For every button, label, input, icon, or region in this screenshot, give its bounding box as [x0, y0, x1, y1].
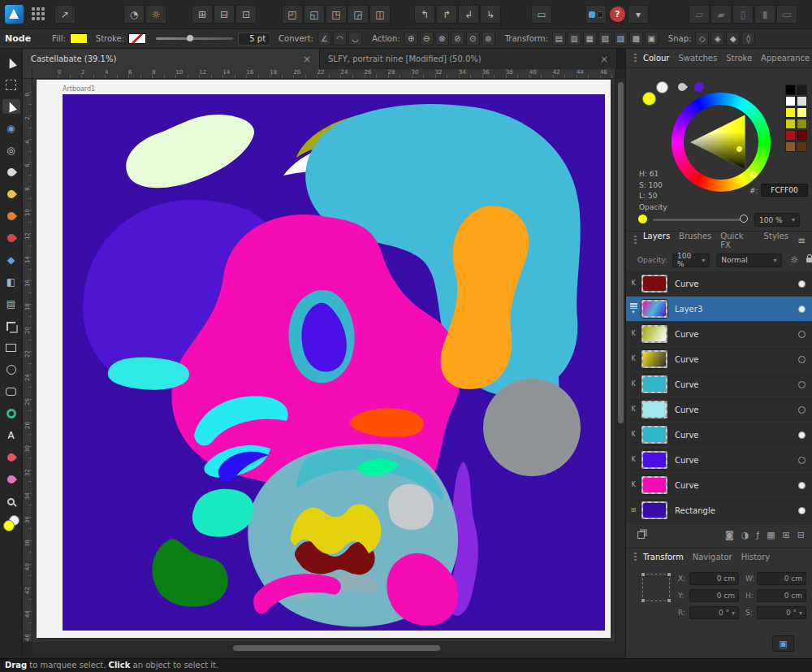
transform-section-button-7[interactable]: ▣	[645, 32, 659, 46]
zoom-out-button[interactable]: ▯	[732, 5, 754, 24]
transform-input-h[interactable]: 0 cm	[757, 589, 806, 602]
transform-section-button-5[interactable]: ▨	[614, 32, 628, 46]
snap-section-button-4[interactable]: ◊	[741, 32, 755, 46]
group-button[interactable]: ◫	[369, 5, 391, 24]
vector-brush-tool[interactable]	[2, 450, 20, 465]
zoom-tool[interactable]	[2, 494, 20, 509]
horizontal-scrollbar-thumb[interactable]	[233, 645, 440, 651]
fill-stroke-selector[interactable]	[642, 81, 668, 106]
mask-button[interactable]: ◙	[725, 531, 734, 540]
horizontal-scrollbar[interactable]	[32, 642, 615, 652]
crop-tool[interactable]	[2, 319, 20, 333]
layer-row[interactable]: KCurve	[626, 448, 812, 472]
snap-candidates-button[interactable]: ⊡	[235, 5, 257, 24]
colour-swatch[interactable]	[797, 130, 807, 141]
light-gray-blob[interactable]	[388, 484, 434, 530]
ruler-corner[interactable]	[23, 69, 32, 79]
layer-row[interactable]: KCurve	[626, 271, 812, 296]
layer-row[interactable]: KCurve	[626, 397, 812, 422]
stroke-width-slider[interactable]	[156, 37, 233, 40]
contrast-button[interactable]: ◔	[123, 5, 145, 24]
layer-row[interactable]: KCurve	[626, 473, 812, 497]
layer-row[interactable]: KCurve	[626, 372, 812, 397]
hex-input[interactable]: FCFF00	[761, 184, 808, 197]
layer-row[interactable]: ▾Layer3	[626, 297, 812, 321]
fill-colour-circle[interactable]	[642, 92, 656, 106]
to-back-button[interactable]: ◰	[282, 5, 303, 24]
node-tool[interactable]	[2, 99, 20, 114]
panel-grip-icon[interactable]	[634, 553, 637, 562]
layer-visibility-toggle[interactable]	[798, 406, 806, 414]
fill-tool[interactable]: ◆	[2, 253, 20, 267]
stroke-colour-circle[interactable]	[656, 81, 668, 93]
colour-swatch[interactable]	[785, 96, 796, 106]
insert-behind-button[interactable]: ↰	[414, 5, 435, 24]
artboard-label[interactable]: Artboard1	[63, 86, 95, 93]
zoom-in-button[interactable]: ▮	[754, 5, 775, 24]
colour-swatch[interactable]	[785, 119, 796, 129]
layer-visibility-toggle[interactable]	[798, 507, 806, 514]
transform-input-y[interactable]: 0 cm	[689, 589, 739, 602]
opacity-value-dropdown[interactable]: 100 % ▾	[754, 213, 800, 227]
move-tool[interactable]	[2, 55, 20, 70]
colour-swatch[interactable]	[797, 107, 807, 118]
tab-swatches[interactable]: Swatches	[678, 54, 717, 63]
pixel-brush-tool[interactable]	[2, 231, 20, 245]
add-layer-button[interactable]: ⊞	[783, 531, 790, 540]
action-section-button-2[interactable]: ⊖	[420, 32, 434, 46]
tab-layers[interactable]: Layers	[643, 232, 670, 249]
export-persona-button[interactable]: ↗	[54, 5, 76, 24]
eraser-tool[interactable]	[2, 472, 20, 487]
assistant-button[interactable]: ?	[610, 7, 625, 22]
stroke-width-input[interactable]: 5 pt	[238, 33, 270, 46]
hue-selector[interactable]	[750, 171, 757, 178]
transparency-tool[interactable]: ◧	[2, 275, 20, 289]
colour-selector[interactable]	[2, 516, 20, 531]
snap-section-button-3[interactable]: ◆	[726, 32, 740, 46]
tab-history[interactable]: History	[741, 553, 771, 561]
snap-grid-button[interactable]: ⊞	[192, 5, 213, 24]
tab-brushes[interactable]: Brushes	[679, 232, 711, 249]
pencil-tool[interactable]	[2, 187, 20, 202]
gray-circle[interactable]	[483, 379, 581, 476]
action-section-button-4[interactable]: ⊘	[451, 32, 464, 46]
blend-options-gear-icon[interactable]: ☼	[790, 254, 799, 266]
layer-row[interactable]: ⊞Rectangle	[626, 498, 812, 522]
layer-thumbnail[interactable]	[641, 450, 668, 470]
layer-visibility-toggle[interactable]	[798, 306, 806, 313]
eyedropper-icon[interactable]	[676, 81, 688, 93]
document-tab-1[interactable]: Castellabate (39.1%) ×	[23, 49, 320, 69]
panel-expand-button[interactable]: ▣	[772, 635, 794, 652]
opacity-slider[interactable]	[653, 219, 744, 221]
layer-visibility-toggle[interactable]	[798, 431, 806, 439]
place-image-tool[interactable]: ▤	[2, 297, 20, 311]
pixel-preview-toggle[interactable]	[585, 5, 607, 24]
shade-selector[interactable]	[736, 146, 742, 152]
snap-section-button-1[interactable]: ◇	[695, 32, 709, 46]
settings-button[interactable]: ☼	[145, 5, 166, 24]
lock-icon[interactable]	[806, 258, 812, 262]
secondary-colour-dot[interactable]	[694, 82, 704, 92]
colour-swatch[interactable]	[785, 141, 796, 152]
zoom-fit-button[interactable]: ▭	[776, 5, 797, 24]
duplicate-layer-icon[interactable]	[637, 531, 645, 539]
vertical-ruler[interactable]: 0246810121416182022242628303234363840424…	[23, 79, 32, 642]
document-tab-2[interactable]: SLFY, portrait nine [Modified] (50.0%) ×	[320, 49, 617, 69]
transform-input-r[interactable]: 0 °▾	[689, 606, 739, 619]
layer-thumbnail[interactable]	[641, 349, 668, 369]
artwork[interactable]	[63, 94, 605, 631]
colour-swatch[interactable]	[785, 130, 796, 141]
forward-one-button[interactable]: ◳	[326, 5, 347, 24]
tab-colour[interactable]: Colour	[643, 54, 669, 63]
tab-quick-fx[interactable]: Quick FX	[720, 232, 754, 249]
layer-thumbnail[interactable]	[641, 501, 668, 520]
action-section-button-3[interactable]: ⊗	[435, 32, 449, 46]
colour-swatch[interactable]	[797, 141, 807, 152]
pen-tool[interactable]	[2, 165, 20, 180]
stroke-width-slider-handle[interactable]	[187, 35, 193, 41]
preview-mode-button[interactable]: ▭	[531, 5, 552, 24]
layer-visibility-toggle[interactable]	[798, 457, 806, 464]
canvas-viewport[interactable]: Artboard1	[32, 79, 615, 642]
layer-thumbnail[interactable]	[641, 400, 668, 419]
insert-inside-button[interactable]: ↲	[458, 5, 479, 24]
